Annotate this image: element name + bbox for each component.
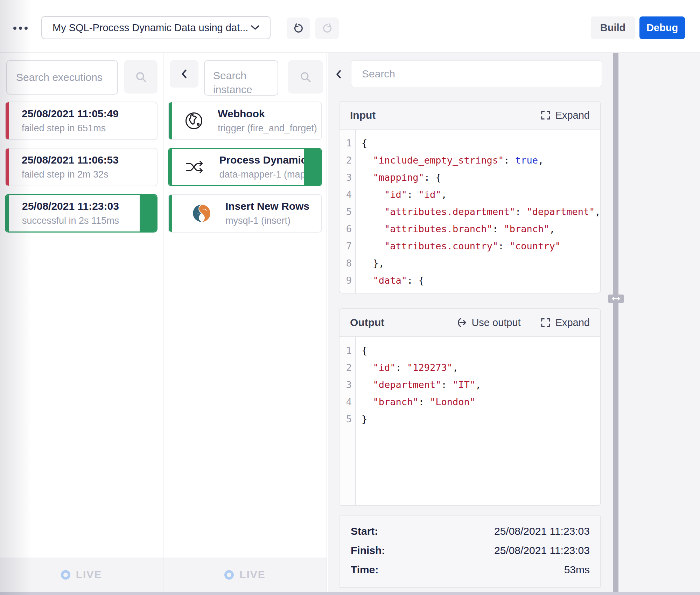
resize-handle[interactable] [608,295,624,303]
execution-status: successful in 2s 115ms [22,215,156,226]
shuffle-icon [172,160,219,174]
dot-icon [19,27,22,30]
step-subtitle: data-mapper-1 (map... [219,169,315,180]
bottom-edge-bar [0,592,700,595]
stat-row-start: Start: 25/08/2021 11:23:03 [351,525,590,545]
step-search-input[interactable] [204,60,278,96]
execution-timestamp: 25/08/2021 11:23:03 [22,200,156,212]
stat-row-finish: Finish: 25/08/2021 11:23:03 [351,545,590,564]
more-options-button[interactable] [10,20,30,36]
detail-search-input[interactable] [351,60,602,87]
step-search-button[interactable] [288,60,323,94]
stat-label: Time: [351,564,378,576]
output-code-editor[interactable]: 12345{ "id": "129273", "department": "IT… [340,337,600,505]
step-item-data-mapper[interactable]: Process Dynamic... data-mapper-1 (map... [168,148,322,186]
chevron-left-icon [181,69,187,78]
use-output-button[interactable]: Use output [456,317,520,328]
back-button[interactable] [331,67,346,82]
redo-button[interactable] [315,18,339,39]
stat-value: 25/08/2021 11:23:03 [494,545,590,556]
step-item-mysql[interactable]: Insert New Rows mysql-1 (insert) [168,194,322,233]
resize-arrows-icon [611,297,621,301]
chevron-left-icon [336,70,341,78]
expand-button[interactable]: Expand [540,317,590,328]
stat-row-time: Time: 53ms [351,564,590,583]
use-output-icon [456,317,467,328]
live-label: LIVE [76,569,102,581]
input-code-editor[interactable]: 12345678910{ "include_empty_strings": tr… [340,130,600,293]
output-section: Output Use output [339,308,601,506]
build-button[interactable]: Build [591,16,635,39]
debug-button[interactable]: Debug [639,16,685,39]
execution-item[interactable]: 25/08/2021 11:05:49 failed step in 651ms [5,102,158,140]
globe-icon [170,111,218,130]
expand-label: Expand [555,110,590,121]
toolbar: My SQL-Process Dynamic Data using dat... [0,0,700,53]
step-title: Insert New Rows [225,200,309,212]
workflow-debug-screen: My SQL-Process Dynamic Data using dat... [0,0,700,595]
stat-value: 53ms [564,564,590,576]
step-subtitle: mysql-1 (insert) [225,215,309,226]
execution-status: failed step in 2m 32s [22,169,157,180]
step-title: Webhook [218,108,317,120]
use-output-label: Use output [471,317,520,328]
live-label: LIVE [239,569,266,581]
step-detail-panel: Input Expand 12345678910{ "include_empty… [328,53,700,595]
dot-icon [13,27,16,30]
search-icon [300,71,312,83]
live-toggle[interactable]: LIVE [163,558,327,592]
undo-button[interactable] [287,18,310,39]
chevron-down-icon [251,25,259,30]
selection-indicator [140,195,156,231]
stat-label: Finish: [351,545,385,556]
section-title: Output [350,317,384,328]
collapse-panel-button[interactable] [170,60,198,88]
expand-label: Expand [555,317,590,328]
execution-timestamp: 25/08/2021 11:06:53 [22,154,157,166]
search-icon [135,71,147,83]
live-ring-icon [224,570,234,580]
executions-panel: 25/08/2021 11:05:49 failed step in 651ms… [0,53,163,595]
live-toggle[interactable]: LIVE [0,558,163,592]
steps-panel: Webhook trigger (fire_and_forget) Proces… [163,53,327,595]
execution-search-button[interactable] [124,60,158,94]
step-item-webhook[interactable]: Webhook trigger (fire_and_forget) [168,102,322,140]
undo-icon [293,23,304,34]
step-subtitle: trigger (fire_and_forget) [218,123,317,134]
expand-icon [540,110,551,120]
input-section-header: Input Expand [340,102,600,130]
live-ring-icon [61,570,70,580]
execution-item-selected[interactable]: 25/08/2021 11:23:03 successful in 2s 115… [5,194,158,233]
step-title: Process Dynamic... [219,154,315,166]
expand-icon [540,317,551,328]
execution-item[interactable]: 25/08/2021 11:06:53 failed step in 2m 32… [5,148,158,186]
execution-status: failed step in 651ms [22,123,157,134]
panel-resize-splitter[interactable] [613,53,618,595]
workflow-name: My SQL-Process Dynamic Data using dat... [52,22,251,34]
input-section: Input Expand 12345678910{ "include_empty… [339,101,601,293]
section-title: Input [350,109,376,121]
execution-stats-panel: Start: 25/08/2021 11:23:03 Finish: 25/08… [339,516,601,588]
stat-label: Start: [351,525,378,537]
selection-indicator [304,149,321,185]
workflow-selector[interactable]: My SQL-Process Dynamic Data using dat... [41,16,271,39]
expand-button[interactable]: Expand [540,110,590,121]
dot-icon [24,27,28,30]
stat-value: 25/08/2021 11:23:03 [494,525,590,537]
output-section-header: Output Use output [340,309,600,337]
execution-search-input[interactable] [6,60,118,95]
execution-timestamp: 25/08/2021 11:05:49 [22,108,157,120]
redo-icon [322,23,332,34]
mysql-icon [178,204,225,223]
